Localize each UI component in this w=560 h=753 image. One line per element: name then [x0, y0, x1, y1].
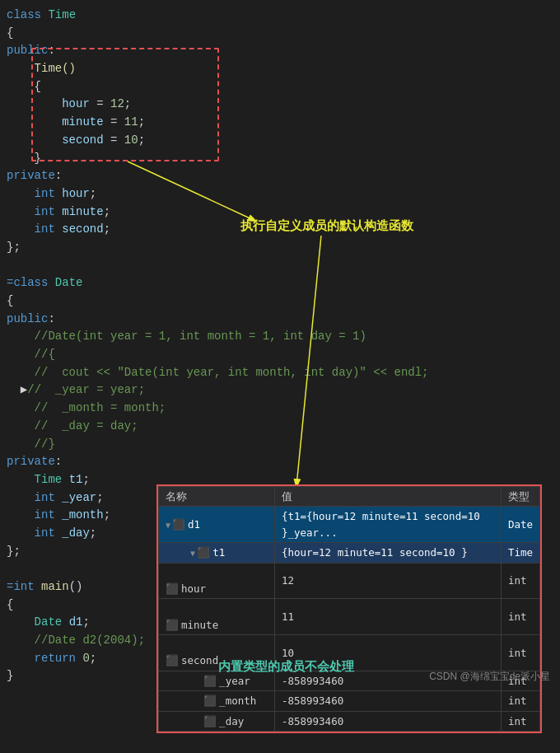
code-line: //Date(int year = 1, int month = 1, int … — [0, 328, 560, 346]
watch-name: ⬛_day — [159, 711, 275, 731]
code-line: }; — [0, 239, 560, 257]
code-line: private: — [0, 453, 560, 471]
watch-value: {t1={hour=12 minute=11 second=10 }_year.… — [274, 507, 501, 543]
watch-value: 11 — [274, 599, 501, 635]
watch-type: Date — [501, 507, 539, 543]
watch-value: {hour=12 minute=11 second=10 } — [274, 543, 501, 563]
debug-watch-table[interactable]: 名称 值 类型 ▼⬛d1 {t1={hour=12 minute=11 seco… — [156, 484, 542, 733]
watch-name: ⬛_month — [159, 691, 275, 711]
watch-type: Time — [501, 543, 539, 563]
watch-row[interactable]: ⬛minute 11 int — [159, 599, 540, 635]
code-line: { — [0, 292, 560, 311]
watch-row[interactable]: ⬛_day -858993460 int — [159, 711, 540, 731]
watch-type: int — [501, 691, 539, 711]
col-name: 名称 — [159, 487, 275, 507]
watermark: CSDN @海绵宝宝de派小星 — [429, 669, 550, 685]
code-line: int hour; — [0, 185, 560, 203]
watch-row[interactable]: ▼⬛t1 {hour=12 minute=11 second=10 } Time — [159, 543, 540, 563]
watch-value: 12 — [274, 563, 501, 599]
watch-row[interactable]: ▼⬛d1 {t1={hour=12 minute=11 second=10 }_… — [159, 507, 540, 543]
code-line: private: — [0, 167, 560, 185]
watch-row[interactable]: ⬛_month -858993460 int — [159, 691, 540, 711]
code-line: =class Date — [0, 274, 560, 292]
code-line: // cout << "Date(int year, int month, in… — [0, 364, 560, 382]
watch-name: ▼⬛d1 — [159, 507, 275, 543]
col-type: 类型 — [501, 487, 539, 507]
watch-name: ▼⬛t1 — [159, 543, 275, 563]
col-value: 值 — [274, 487, 501, 507]
code-line: ▶// _year = year; — [0, 381, 560, 400]
watch-name: ⬛minute — [159, 599, 275, 635]
watch-table: 名称 值 类型 ▼⬛d1 {t1={hour=12 minute=11 seco… — [158, 486, 540, 732]
watch-type: int — [501, 635, 539, 671]
annotation-constructor: 执行自定义成员的默认构造函数 — [240, 216, 413, 235]
code-line: { — [0, 25, 560, 43]
constructor-highlight-box — [31, 48, 219, 161]
code-line: //{ — [0, 346, 560, 364]
watch-row[interactable]: ⬛hour 12 int — [159, 563, 540, 599]
code-line: public: — [0, 311, 560, 329]
code-line: // _month = month; — [0, 400, 560, 418]
code-line: // _day = day; — [0, 418, 560, 436]
watch-value: -858993460 — [274, 711, 501, 731]
watch-type: int — [501, 711, 539, 731]
code-line — [0, 257, 560, 275]
watch-name: ⬛hour — [159, 563, 275, 599]
watch-type: int — [501, 563, 539, 599]
watch-type: int — [501, 599, 539, 635]
code-line: //} — [0, 436, 560, 454]
watch-value: -858993460 — [274, 691, 501, 711]
annotation-builtin: 内置类型的成员不会处理 — [218, 657, 354, 676]
code-line: class Time — [0, 7, 560, 25]
code-editor: class Time{public: Time() { hour = 12; m… — [0, 0, 560, 692]
